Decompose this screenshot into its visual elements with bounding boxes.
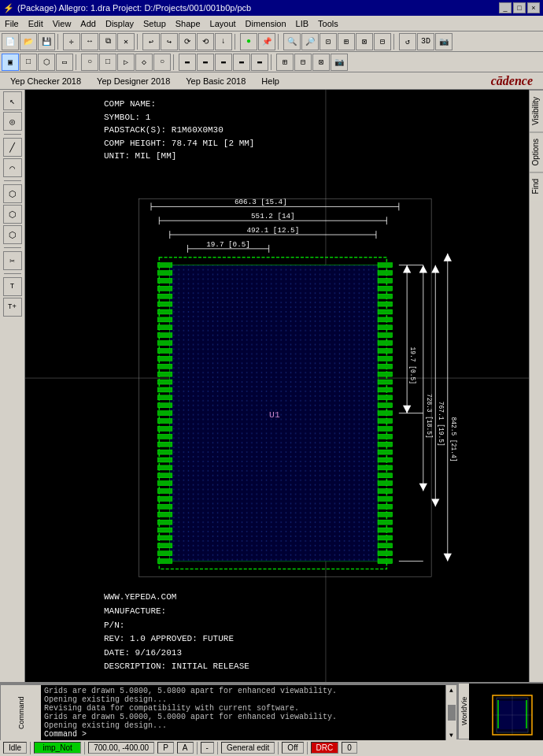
status-indicator: imp_Not [34,742,81,754]
lt-line[interactable]: ╱ [3,138,22,157]
svg-marker-115 [431,498,439,506]
tb2-snap[interactable]: ⊟ [294,54,312,71]
svg-rect-97 [378,536,393,540]
tb2-cam[interactable]: 📷 [331,54,348,71]
status-a[interactable]: A [177,742,194,754]
lt-text[interactable]: T [3,277,22,296]
menu-view[interactable]: View [48,17,76,30]
console-line-3: Grids are drawn 5.0000, 5.0000 apart for… [44,713,442,721]
tb-pin[interactable]: 📌 [258,33,275,50]
tb2-r1[interactable]: ▬ [179,54,196,71]
tb-refresh[interactable]: ↺ [399,33,416,50]
console-scrollbar[interactable]: ▲ ▼ [445,685,456,740]
tb-open[interactable]: 📂 [20,33,37,50]
yep-checker[interactable]: Yep Checker 2018 [3,74,88,88]
tb2-tri[interactable]: ▷ [117,54,135,71]
menu-shape[interactable]: Shape [171,17,205,30]
menu-display[interactable]: Display [101,17,139,30]
lt-poly1[interactable]: ⬡ [3,184,22,203]
tb-prev[interactable]: ⟲ [197,33,214,50]
tb-flip[interactable]: ↔ [81,33,98,50]
tb-next[interactable]: ⟳ [179,33,196,50]
lt-target[interactable]: ◎ [3,112,22,131]
svg-rect-58 [157,536,172,540]
tb2-rect[interactable]: ▭ [56,54,73,71]
svg-text:19.7 [0.5]: 19.7 [0.5] [206,240,250,249]
status-drc: DRC [311,742,339,754]
tb-down[interactable]: ↓ [215,33,232,50]
tb-circle[interactable]: ● [240,33,257,50]
tb2-via[interactable]: ⬡ [38,54,55,71]
menu-file[interactable]: File [0,17,24,30]
menu-edit[interactable]: Edit [24,17,48,30]
tb-move[interactable]: ✛ [63,33,80,50]
lt-text-add[interactable]: T+ [3,298,22,317]
svg-rect-28 [157,302,172,306]
scroll-up[interactable]: ▲ [448,685,455,695]
menu-add[interactable]: Add [76,17,101,30]
tb-save[interactable]: 💾 [38,33,55,50]
minimize-button[interactable]: _ [499,2,512,13]
menu-setup[interactable]: Setup [139,17,171,30]
tb2-sep-3 [271,54,274,70]
menu-layout[interactable]: Layout [205,17,241,30]
tb2-r3[interactable]: ▬ [215,54,232,71]
tb-new[interactable]: 📄 [2,33,19,50]
visibility-tab[interactable]: Visibility [530,90,543,132]
tb-undo[interactable]: ↩ [142,33,160,50]
lt-select[interactable]: ↖ [3,91,22,110]
lt-arc[interactable]: ⌒ [3,158,22,177]
lt-sep-2 [4,180,21,181]
tb-3d[interactable]: 3D [417,33,434,50]
tb-zoom-in[interactable]: 🔍 [283,33,301,50]
tb-sep-4 [278,34,281,50]
menu-tools[interactable]: Tools [313,17,343,30]
tb-delete[interactable]: ✕ [117,33,135,50]
menu-lib[interactable]: LIB [291,17,314,30]
tb2-sq[interactable]: □ [99,54,116,71]
lt-poly3[interactable]: ⬡ [3,225,22,244]
yep-designer[interactable]: Yep Designer 2018 [90,74,177,88]
tb2-diam[interactable]: ◇ [135,54,153,71]
svg-rect-44 [157,426,172,431]
lt-poly2[interactable]: ⬡ [3,205,22,224]
tb2-r5[interactable]: ▬ [251,54,268,71]
yep-basic[interactable]: Yep Basic 2018 [179,74,253,88]
tb-zoom-out[interactable]: 🔎 [301,33,319,50]
tb2-circ2[interactable]: ○ [153,54,171,71]
tb2-circ[interactable]: ○ [81,54,98,71]
tb2-snap2[interactable]: ⊠ [312,54,330,71]
tb-zoom-fit[interactable]: ⊡ [320,33,337,50]
tb2-box[interactable]: □ [20,54,37,71]
svg-marker-107 [403,406,411,413]
tb-zoom-prev[interactable]: ⊞ [338,33,355,50]
menu-dimension[interactable]: Dimension [241,17,291,30]
maximize-button[interactable]: □ [513,2,526,13]
svg-rect-86 [378,450,393,454]
yep-help[interactable]: Help [254,74,286,88]
svg-rect-48 [157,458,172,462]
close-button[interactable]: × [527,2,540,13]
svg-rect-27 [157,294,172,298]
tb2-r4[interactable]: ▬ [233,54,250,71]
svg-rect-55 [157,512,172,517]
options-tab[interactable]: Options [530,132,543,172]
tb-copy[interactable]: ⧉ [99,33,116,50]
tb2-r2[interactable]: ▬ [197,54,214,71]
svg-marker-110 [419,265,427,273]
tb2-route[interactable]: ⊞ [276,54,294,71]
scroll-down[interactable]: ▼ [448,730,455,740]
find-tab[interactable]: Find [530,172,543,200]
status-p[interactable]: P [157,742,174,754]
svg-rect-57 [157,528,172,532]
tb-redo[interactable]: ↪ [161,33,178,50]
tb-screenshot[interactable]: 📷 [435,33,452,50]
tb2-select[interactable]: ▣ [2,54,19,71]
canvas-area[interactable]: COMP NAME: SYMBOL: 1 PADSTACK(S): R1M60X… [25,90,529,682]
lt-scissors[interactable]: ✂ [3,251,22,270]
svg-rect-64 [378,278,393,283]
console-area: Command Grids are drawn 5.0800, 5.0800 a… [0,684,456,740]
tb-zoom-area[interactable]: ⊟ [374,33,391,50]
tb-zoom-next[interactable]: ⊠ [356,33,373,50]
window-title: (Package) Allegro: 1.dra Project: D:/Pro… [17,3,251,13]
